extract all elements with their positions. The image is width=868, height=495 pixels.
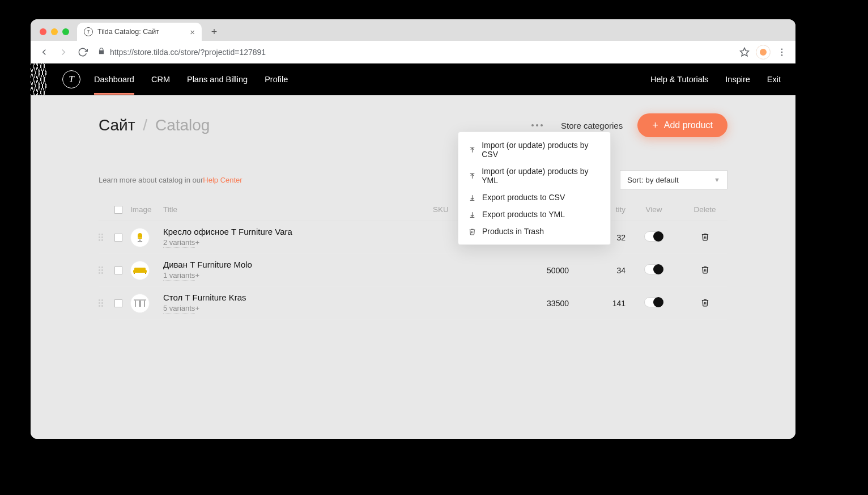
product-qty: 141 (569, 299, 626, 308)
drag-handle[interactable] (99, 299, 104, 307)
nav-crm[interactable]: CRM (151, 64, 170, 95)
tab-favicon: T (84, 27, 93, 36)
nav-plans[interactable]: Plans and Billing (187, 64, 248, 95)
nav-dashboard[interactable]: Dashboard (94, 64, 134, 95)
nav-profile[interactable]: Profile (265, 64, 288, 95)
window-zoom-button[interactable] (62, 28, 69, 35)
sort-label: Sort: by default (627, 176, 679, 184)
menu-export-yml[interactable]: Export products to YML (458, 206, 610, 223)
drag-handle[interactable] (99, 234, 104, 241)
svg-rect-23 (145, 273, 146, 274)
svg-rect-22 (134, 273, 135, 274)
browser-tab[interactable]: T Tilda Catalog: Сайт × (77, 23, 202, 41)
hint-row: Learn more about catalog in our Help Cen… (31, 149, 795, 197)
browser-menu-button[interactable] (774, 44, 790, 60)
url-text: https://store.tilda.cc/store/?projectid=… (110, 48, 266, 57)
visibility-toggle[interactable] (644, 264, 663, 274)
browser-window: T Tilda Catalog: Сайт × + https://store.… (31, 19, 795, 439)
delete-button[interactable] (701, 299, 709, 308)
product-thumbnail[interactable] (130, 261, 150, 280)
download-icon (469, 194, 476, 201)
trash-icon (469, 228, 476, 235)
breadcrumb-separator: / (143, 116, 147, 134)
menu-export-csv[interactable]: Export products to CSV (458, 189, 610, 206)
tab-close-icon[interactable]: × (190, 28, 195, 36)
page-titlebar: Сайт / Catalog Store categories + Add pr… (31, 95, 795, 149)
visibility-toggle[interactable] (644, 231, 663, 242)
store-categories-link[interactable]: Store categories (561, 121, 623, 130)
upload-icon (469, 172, 476, 180)
window-minimize-button[interactable] (51, 28, 58, 35)
th-delete: Delete (682, 205, 727, 214)
browser-tabstrip: T Tilda Catalog: Сайт × + (31, 19, 795, 41)
select-all-checkbox[interactable] (114, 206, 122, 214)
hint-text: Learn more about catalog in our (99, 176, 203, 184)
nav-inspire[interactable]: Inspire (725, 75, 750, 84)
help-center-link[interactable]: Help Center (203, 176, 242, 184)
nav-forward-button[interactable] (56, 44, 71, 60)
app-viewport: T Dashboard CRM Plans and Billing Profil… (31, 64, 795, 439)
product-thumbnail[interactable] (130, 228, 150, 247)
row-checkbox[interactable] (114, 234, 122, 242)
th-title: Title (163, 205, 433, 214)
svg-point-17 (138, 241, 139, 242)
browser-toolbar: https://store.tilda.cc/store/?projectid=… (31, 41, 795, 64)
th-image: Image (130, 205, 163, 214)
svg-point-2 (781, 51, 782, 52)
nav-back-button[interactable] (36, 44, 52, 60)
bookmark-star-icon[interactable] (737, 44, 752, 60)
breadcrumb-site[interactable]: Сайт (99, 116, 135, 134)
chair-icon (134, 232, 146, 243)
product-title[interactable]: Стол T Furniture Kras (163, 293, 433, 302)
tilda-logo[interactable]: T (62, 70, 80, 88)
product-price: 50000 (501, 266, 569, 275)
table-row: Кресло офисное T Furniture Vara 2 varian… (99, 221, 727, 254)
delete-button[interactable] (701, 234, 709, 243)
breadcrumb-section: Catalog (155, 116, 210, 134)
extension-button[interactable] (756, 45, 771, 60)
row-checkbox[interactable] (114, 299, 122, 307)
svg-point-1 (781, 48, 782, 49)
window-close-button[interactable] (40, 28, 46, 35)
primary-nav: Dashboard CRM Plans and Billing Profile (94, 64, 288, 95)
add-variant-icon[interactable]: + (195, 304, 199, 313)
window-controls (40, 28, 69, 35)
plus-icon: + (652, 120, 658, 130)
product-title[interactable]: Диван T Furniture Molo (163, 260, 433, 269)
add-variant-icon[interactable]: + (195, 271, 199, 280)
drag-handle[interactable] (99, 266, 104, 274)
more-actions-menu: Import (or update) products by CSV Impor… (458, 132, 611, 245)
variants-link[interactable]: 2 variants (163, 238, 195, 248)
new-tab-button[interactable]: + (206, 24, 222, 40)
chevron-down-icon: ▼ (714, 176, 720, 183)
secondary-nav: Help & Tutorials Inspire Exit (650, 75, 781, 84)
nav-exit[interactable]: Exit (767, 75, 781, 84)
menu-item-label: Import (or update) products by YML (482, 167, 600, 185)
menu-trash[interactable]: Products in Trash (458, 223, 610, 240)
svg-marker-0 (741, 48, 749, 56)
variants-link[interactable]: 5 variants (163, 304, 195, 314)
menu-import-yml[interactable]: Import (or update) products by YML (458, 163, 610, 189)
address-bar[interactable]: https://store.tilda.cc/store/?projectid=… (94, 47, 733, 57)
visibility-toggle[interactable] (644, 297, 663, 307)
menu-import-csv[interactable]: Import (or update) products by CSV (458, 137, 610, 163)
nav-help[interactable]: Help & Tutorials (650, 75, 708, 84)
sofa-icon (133, 266, 147, 274)
more-actions-button[interactable] (528, 121, 546, 130)
delete-button[interactable] (701, 266, 709, 276)
add-product-button[interactable]: + Add product (637, 113, 727, 137)
svg-point-19 (142, 241, 143, 242)
products-table: Image Title SKU tity View Delete (31, 197, 795, 320)
product-title[interactable]: Кресло офисное T Furniture Vara (163, 227, 433, 236)
topbar-pattern (31, 64, 46, 95)
svg-rect-21 (133, 270, 147, 273)
add-variant-icon[interactable]: + (195, 238, 199, 247)
sort-select[interactable]: Sort: by default ▼ (620, 170, 727, 189)
lock-icon (97, 47, 105, 57)
variants-link[interactable]: 1 variants (163, 271, 195, 281)
svg-rect-24 (134, 299, 146, 301)
product-thumbnail[interactable] (130, 294, 150, 313)
product-price: 33500 (501, 299, 569, 308)
nav-reload-button[interactable] (75, 44, 91, 60)
row-checkbox[interactable] (114, 266, 122, 274)
